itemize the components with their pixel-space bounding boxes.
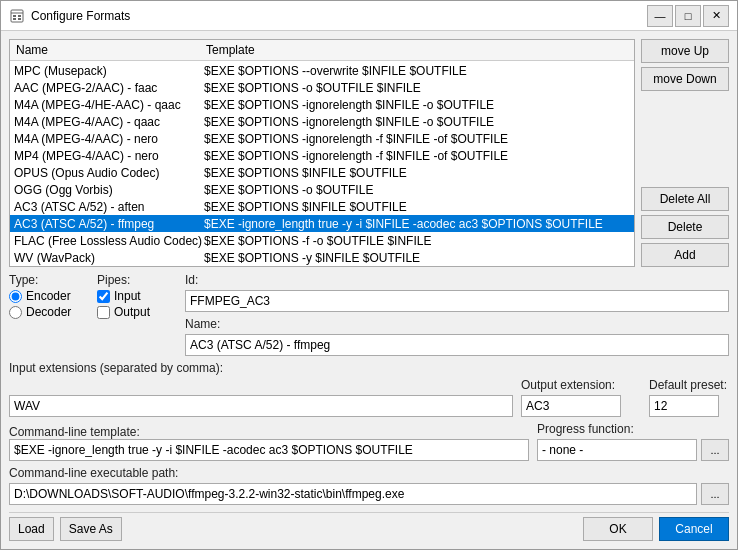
list-row[interactable]: OGG (Ogg Vorbis)$EXE $OPTIONS -o $OUTFIL… — [10, 181, 634, 198]
decoder-radio[interactable] — [9, 306, 22, 319]
window-controls: — □ ✕ — [647, 5, 729, 27]
bottom-action-buttons: Load Save As OK Cancel — [9, 512, 729, 541]
decoder-label: Decoder — [26, 305, 71, 319]
type-group: Type: Encoder Decoder — [9, 273, 89, 319]
title-bar: Configure Formats — □ ✕ — [1, 1, 737, 31]
move-down-button[interactable]: move Down — [641, 67, 729, 91]
svg-rect-0 — [11, 10, 23, 22]
svg-rect-3 — [13, 18, 16, 20]
executable-input[interactable] — [9, 483, 697, 505]
input-checkbox[interactable] — [97, 290, 110, 303]
row-template: $EXE $OPTIONS -y $INFILE $OUTFILE — [204, 251, 630, 265]
encoder-radio[interactable] — [9, 290, 22, 303]
cmd-template-wrap: Command-line template: — [9, 425, 529, 461]
name-input[interactable] — [185, 334, 729, 356]
svg-rect-2 — [13, 15, 16, 17]
list-row[interactable]: M4A (MPEG-4/AAC) - qaac$EXE $OPTIONS -ig… — [10, 113, 634, 130]
minimize-button[interactable]: — — [647, 5, 673, 27]
row-name: M4A (MPEG-4/AAC) - nero — [14, 132, 204, 146]
list-row[interactable]: OPUS (Opus Audio Codec)$EXE $OPTIONS $IN… — [10, 164, 634, 181]
output-check-row[interactable]: Output — [97, 305, 177, 319]
input-extensions-input[interactable] — [9, 395, 513, 417]
list-row[interactable]: FLAC (Free Lossless Audio Codec)$EXE $OP… — [10, 232, 634, 249]
input-extensions-label: Input extensions (separated by comma): — [9, 361, 729, 375]
extensions-row: Input extensions (separated by comma): O… — [9, 361, 729, 417]
cancel-button[interactable]: Cancel — [659, 517, 729, 541]
ok-button[interactable]: OK — [583, 517, 653, 541]
name-label: Name: — [185, 317, 729, 331]
svg-rect-4 — [18, 15, 21, 17]
decoder-radio-row[interactable]: Decoder — [9, 305, 89, 319]
move-up-button[interactable]: move Up — [641, 39, 729, 63]
formats-list-area: Name Template MP3 (MPEG Layer-3)$EXE $OP… — [9, 39, 635, 267]
save-as-button[interactable]: Save As — [60, 517, 122, 541]
list-header: Name Template — [10, 40, 634, 61]
default-preset-group: Default preset: — [649, 378, 729, 417]
executable-browse-button[interactable]: ... — [701, 483, 729, 505]
input-check-row[interactable]: Input — [97, 289, 177, 303]
exts-inputs: Output extension: Default preset: — [9, 378, 729, 417]
cmd-template-input[interactable] — [9, 439, 529, 461]
type-label: Type: — [9, 273, 89, 287]
cmd-progress-row: Command-line template: Progress function… — [9, 422, 729, 461]
row-template: $EXE $OPTIONS -f -o $OUTFILE $INFILE — [204, 234, 630, 248]
formats-list[interactable]: MP3 (MPEG Layer-3)$EXE $OPTIONS $INFILE … — [10, 61, 634, 266]
svg-rect-5 — [18, 18, 21, 20]
encoder-radio-row[interactable]: Encoder — [9, 289, 89, 303]
list-row[interactable]: MPC (Musepack)$EXE $OPTIONS --overwrite … — [10, 62, 634, 79]
default-preset-label: Default preset: — [649, 378, 729, 392]
row-template: $EXE $OPTIONS $INFILE $OUTFILE — [204, 200, 630, 214]
encoder-label: Encoder — [26, 289, 71, 303]
list-row[interactable]: WV (WavPack)$EXE $OPTIONS -y $INFILE $OU… — [10, 249, 634, 266]
row-template: $EXE $OPTIONS --overwrite $INFILE $OUTFI… — [204, 64, 630, 78]
id-label: Id: — [185, 273, 729, 287]
close-button[interactable]: ✕ — [703, 5, 729, 27]
row-name: AC3 (ATSC A/52) - aften — [14, 200, 204, 214]
type-pipes-id-row: Type: Encoder Decoder Pipes: Input — [9, 273, 729, 356]
executable-input-row: ... — [9, 483, 729, 505]
row-name: WV (WavPack) — [14, 251, 204, 265]
row-template: $EXE $OPTIONS -ignorelength $INFILE -o $… — [204, 115, 630, 129]
list-row[interactable]: M4A (MPEG-4/HE-AAC) - qaac$EXE $OPTIONS … — [10, 96, 634, 113]
add-button[interactable]: Add — [641, 243, 729, 267]
list-row[interactable]: MP4 (MPEG-4/AAC) - nero$EXE $OPTIONS -ig… — [10, 147, 634, 164]
row-template: $EXE $OPTIONS -o $OUTFILE $INFILE — [204, 81, 630, 95]
id-input-row: Id: — [185, 273, 729, 312]
executable-label: Command-line executable path: — [9, 466, 729, 480]
progress-fn-label: Progress function: — [537, 422, 729, 436]
output-pipe-label: Output — [114, 305, 150, 319]
default-preset-input[interactable] — [649, 395, 719, 417]
output-checkbox[interactable] — [97, 306, 110, 319]
delete-all-button[interactable]: Delete All — [641, 187, 729, 211]
cmd-template-label: Command-line template: — [9, 425, 140, 439]
progress-fn-input[interactable] — [537, 439, 697, 461]
row-template: $EXE $OPTIONS -ignorelength -f $INFILE -… — [204, 132, 630, 146]
progress-fn-group: Progress function: ... — [537, 422, 729, 461]
output-ext-group: Output extension: — [521, 378, 641, 417]
output-extension-input[interactable] — [521, 395, 621, 417]
input-ext-wrap — [9, 395, 513, 417]
row-template: $EXE $OPTIONS $INFILE $OUTFILE — [204, 166, 630, 180]
list-row[interactable]: AC3 (ATSC A/52) - ffmpeg$EXE -ignore_len… — [10, 215, 634, 232]
list-row[interactable]: M4A (MPEG-4/AAC) - nero$EXE $OPTIONS -ig… — [10, 130, 634, 147]
bottom-form: Type: Encoder Decoder Pipes: Input — [9, 273, 729, 541]
right-action-buttons: move Up move Down Delete All Delete Add — [641, 39, 729, 267]
delete-button[interactable]: Delete — [641, 215, 729, 239]
row-name: M4A (MPEG-4/AAC) - qaac — [14, 115, 204, 129]
header-template: Template — [204, 42, 630, 58]
output-extension-label: Output extension: — [521, 378, 641, 392]
main-content: Name Template MP3 (MPEG Layer-3)$EXE $OP… — [1, 31, 737, 549]
restore-button[interactable]: □ — [675, 5, 701, 27]
name-input-row: Name: — [185, 317, 729, 356]
executable-row: Command-line executable path: ... — [9, 466, 729, 505]
load-button[interactable]: Load — [9, 517, 54, 541]
list-row[interactable]: AC3 (ATSC A/52) - aften$EXE $OPTIONS $IN… — [10, 198, 634, 215]
top-section: Name Template MP3 (MPEG Layer-3)$EXE $OP… — [9, 39, 729, 267]
id-input[interactable] — [185, 290, 729, 312]
progress-fn-browse-button[interactable]: ... — [701, 439, 729, 461]
row-template: $EXE $OPTIONS -ignorelength $INFILE -o $… — [204, 98, 630, 112]
window-title: Configure Formats — [31, 9, 647, 23]
row-name: M4A (MPEG-4/HE-AAC) - qaac — [14, 98, 204, 112]
list-row[interactable]: AAC (MPEG-2/AAC) - faac$EXE $OPTIONS -o … — [10, 79, 634, 96]
row-name: OPUS (Opus Audio Codec) — [14, 166, 204, 180]
